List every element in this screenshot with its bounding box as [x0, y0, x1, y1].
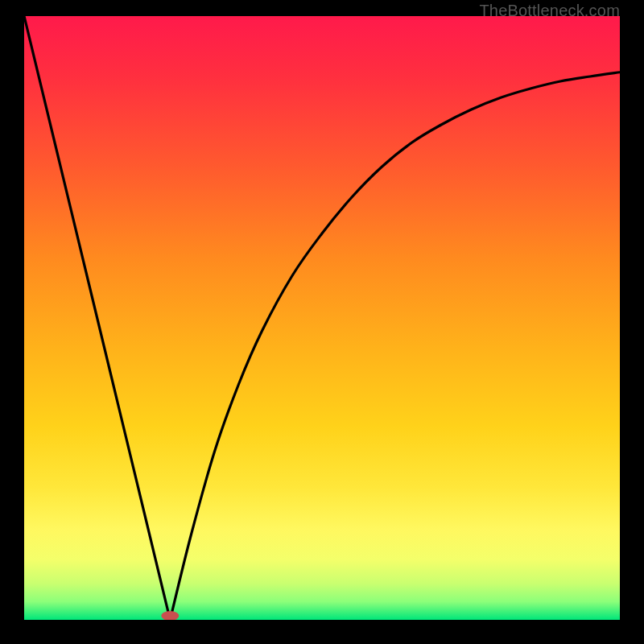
- gradient-background: [24, 16, 620, 620]
- bottleneck-chart: [24, 16, 620, 620]
- chart-frame: [24, 16, 620, 620]
